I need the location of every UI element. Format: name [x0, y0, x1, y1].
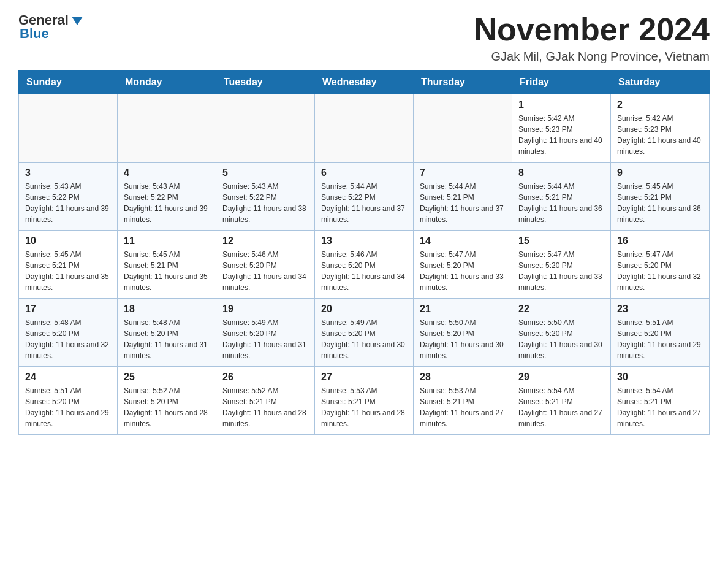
day-number: 27 — [321, 372, 407, 383]
calendar-cell: 2Sunrise: 5:42 AM Sunset: 5:23 PM Daylig… — [611, 94, 710, 163]
day-info: Sunrise: 5:51 AM Sunset: 5:20 PM Dayligh… — [617, 317, 703, 361]
calendar-cell: 3Sunrise: 5:43 AM Sunset: 5:22 PM Daylig… — [19, 163, 118, 231]
calendar-cell — [118, 94, 216, 163]
day-info: Sunrise: 5:44 AM Sunset: 5:22 PM Dayligh… — [321, 181, 407, 225]
day-info: Sunrise: 5:42 AM Sunset: 5:23 PM Dayligh… — [518, 113, 604, 157]
day-info: Sunrise: 5:48 AM Sunset: 5:20 PM Dayligh… — [25, 317, 111, 361]
calendar-cell: 7Sunrise: 5:44 AM Sunset: 5:21 PM Daylig… — [414, 163, 512, 231]
calendar-cell: 19Sunrise: 5:49 AM Sunset: 5:20 PM Dayli… — [216, 299, 315, 367]
day-info: Sunrise: 5:45 AM Sunset: 5:21 PM Dayligh… — [617, 181, 703, 225]
day-info: Sunrise: 5:53 AM Sunset: 5:21 PM Dayligh… — [420, 385, 506, 429]
day-number: 14 — [420, 236, 506, 247]
calendar-cell: 4Sunrise: 5:43 AM Sunset: 5:22 PM Daylig… — [118, 163, 216, 231]
calendar-cell: 18Sunrise: 5:48 AM Sunset: 5:20 PM Dayli… — [118, 299, 216, 367]
day-info: Sunrise: 5:47 AM Sunset: 5:20 PM Dayligh… — [420, 249, 506, 293]
day-info: Sunrise: 5:46 AM Sunset: 5:20 PM Dayligh… — [321, 249, 407, 293]
day-info: Sunrise: 5:51 AM Sunset: 5:20 PM Dayligh… — [25, 385, 111, 429]
day-number: 19 — [222, 304, 308, 315]
calendar-cell: 17Sunrise: 5:48 AM Sunset: 5:20 PM Dayli… — [19, 299, 118, 367]
title-area: November 2024 GJak Mil, GJak Nong Provin… — [474, 12, 710, 64]
day-info: Sunrise: 5:49 AM Sunset: 5:20 PM Dayligh… — [222, 317, 308, 361]
logo: General Blue — [18, 12, 84, 42]
calendar-cell: 24Sunrise: 5:51 AM Sunset: 5:20 PM Dayli… — [19, 367, 118, 435]
calendar-cell: 20Sunrise: 5:49 AM Sunset: 5:20 PM Dayli… — [315, 299, 414, 367]
calendar-cell: 12Sunrise: 5:46 AM Sunset: 5:20 PM Dayli… — [216, 231, 315, 299]
day-number: 23 — [617, 304, 703, 315]
week-row-2: 3Sunrise: 5:43 AM Sunset: 5:22 PM Daylig… — [19, 163, 710, 231]
day-number: 8 — [518, 167, 604, 178]
day-number: 4 — [124, 167, 210, 178]
day-info: Sunrise: 5:47 AM Sunset: 5:20 PM Dayligh… — [518, 249, 604, 293]
day-number: 10 — [25, 236, 111, 247]
calendar-cell: 10Sunrise: 5:45 AM Sunset: 5:21 PM Dayli… — [19, 231, 118, 299]
calendar-cell: 8Sunrise: 5:44 AM Sunset: 5:21 PM Daylig… — [512, 163, 611, 231]
week-row-1: 1Sunrise: 5:42 AM Sunset: 5:23 PM Daylig… — [19, 94, 710, 163]
calendar-cell: 26Sunrise: 5:52 AM Sunset: 5:21 PM Dayli… — [216, 367, 315, 435]
calendar-cell: 16Sunrise: 5:47 AM Sunset: 5:20 PM Dayli… — [611, 231, 710, 299]
calendar-cell — [216, 94, 315, 163]
day-number: 7 — [420, 167, 506, 178]
calendar-cell: 14Sunrise: 5:47 AM Sunset: 5:20 PM Dayli… — [414, 231, 512, 299]
svg-marker-0 — [72, 17, 83, 25]
calendar-cell — [315, 94, 414, 163]
calendar-cell: 23Sunrise: 5:51 AM Sunset: 5:20 PM Dayli… — [611, 299, 710, 367]
weekday-header-friday: Friday — [512, 71, 611, 94]
day-info: Sunrise: 5:49 AM Sunset: 5:20 PM Dayligh… — [321, 317, 407, 361]
logo-blue-text: Blue — [20, 26, 49, 42]
calendar-cell: 1Sunrise: 5:42 AM Sunset: 5:23 PM Daylig… — [512, 94, 611, 163]
day-info: Sunrise: 5:43 AM Sunset: 5:22 PM Dayligh… — [25, 181, 111, 225]
day-number: 15 — [518, 236, 604, 247]
day-number: 12 — [222, 236, 308, 247]
calendar-cell — [414, 94, 512, 163]
calendar-cell: 22Sunrise: 5:50 AM Sunset: 5:20 PM Dayli… — [512, 299, 611, 367]
day-number: 30 — [617, 372, 703, 383]
day-number: 24 — [25, 372, 111, 383]
calendar-cell: 9Sunrise: 5:45 AM Sunset: 5:21 PM Daylig… — [611, 163, 710, 231]
week-row-4: 17Sunrise: 5:48 AM Sunset: 5:20 PM Dayli… — [19, 299, 710, 367]
day-number: 11 — [124, 236, 210, 247]
month-title: November 2024 — [474, 12, 710, 47]
day-number: 29 — [518, 372, 604, 383]
day-number: 3 — [25, 167, 111, 178]
calendar-cell: 25Sunrise: 5:52 AM Sunset: 5:20 PM Dayli… — [118, 367, 216, 435]
calendar-cell: 11Sunrise: 5:45 AM Sunset: 5:21 PM Dayli… — [118, 231, 216, 299]
day-info: Sunrise: 5:43 AM Sunset: 5:22 PM Dayligh… — [222, 181, 308, 225]
day-info: Sunrise: 5:42 AM Sunset: 5:23 PM Dayligh… — [617, 113, 703, 157]
weekday-header-sunday: Sunday — [19, 71, 118, 94]
day-number: 2 — [617, 99, 703, 110]
logo-triangle-icon — [70, 14, 84, 28]
weekday-header-tuesday: Tuesday — [216, 71, 315, 94]
day-number: 1 — [518, 99, 604, 110]
day-number: 5 — [222, 167, 308, 178]
calendar-cell — [19, 94, 118, 163]
day-info: Sunrise: 5:52 AM Sunset: 5:20 PM Dayligh… — [124, 385, 210, 429]
calendar-cell: 6Sunrise: 5:44 AM Sunset: 5:22 PM Daylig… — [315, 163, 414, 231]
week-row-5: 24Sunrise: 5:51 AM Sunset: 5:20 PM Dayli… — [19, 367, 710, 435]
calendar-cell: 5Sunrise: 5:43 AM Sunset: 5:22 PM Daylig… — [216, 163, 315, 231]
day-info: Sunrise: 5:46 AM Sunset: 5:20 PM Dayligh… — [222, 249, 308, 293]
day-info: Sunrise: 5:48 AM Sunset: 5:20 PM Dayligh… — [124, 317, 210, 361]
day-number: 22 — [518, 304, 604, 315]
calendar-cell: 21Sunrise: 5:50 AM Sunset: 5:20 PM Dayli… — [414, 299, 512, 367]
day-number: 20 — [321, 304, 407, 315]
day-info: Sunrise: 5:44 AM Sunset: 5:21 PM Dayligh… — [420, 181, 506, 225]
day-number: 18 — [124, 304, 210, 315]
calendar-cell: 13Sunrise: 5:46 AM Sunset: 5:20 PM Dayli… — [315, 231, 414, 299]
day-number: 25 — [124, 372, 210, 383]
day-number: 26 — [222, 372, 308, 383]
day-number: 13 — [321, 236, 407, 247]
calendar-cell: 30Sunrise: 5:54 AM Sunset: 5:21 PM Dayli… — [611, 367, 710, 435]
day-info: Sunrise: 5:54 AM Sunset: 5:21 PM Dayligh… — [617, 385, 703, 429]
day-number: 16 — [617, 236, 703, 247]
calendar-table: SundayMondayTuesdayWednesdayThursdayFrid… — [18, 70, 710, 435]
day-number: 28 — [420, 372, 506, 383]
weekday-header-saturday: Saturday — [611, 71, 710, 94]
day-info: Sunrise: 5:53 AM Sunset: 5:21 PM Dayligh… — [321, 385, 407, 429]
day-number: 21 — [420, 304, 506, 315]
day-info: Sunrise: 5:52 AM Sunset: 5:21 PM Dayligh… — [222, 385, 308, 429]
day-number: 9 — [617, 167, 703, 178]
day-info: Sunrise: 5:54 AM Sunset: 5:21 PM Dayligh… — [518, 385, 604, 429]
calendar-cell: 27Sunrise: 5:53 AM Sunset: 5:21 PM Dayli… — [315, 367, 414, 435]
calendar-cell: 15Sunrise: 5:47 AM Sunset: 5:20 PM Dayli… — [512, 231, 611, 299]
day-number: 17 — [25, 304, 111, 315]
